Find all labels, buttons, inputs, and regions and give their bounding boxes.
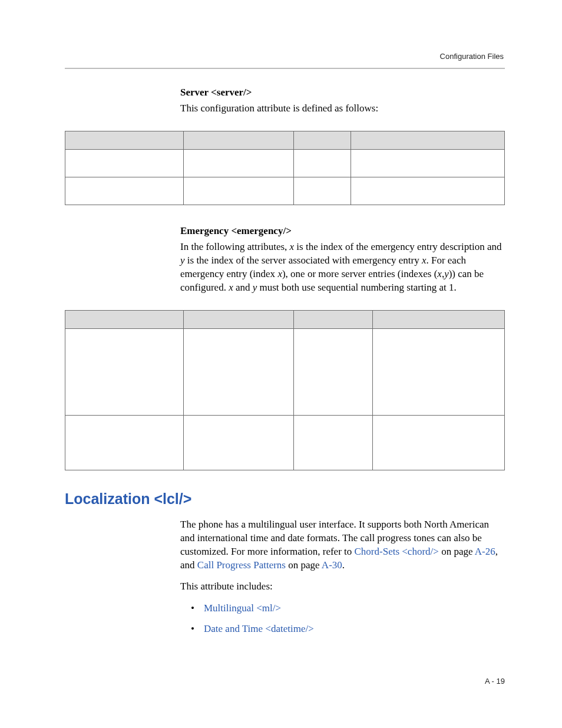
link-chord-sets[interactable]: Chord-Sets <chord/> xyxy=(355,546,439,557)
table-header-row xyxy=(65,310,505,328)
link-call-progress-patterns[interactable]: Call Progress Patterns xyxy=(197,559,286,571)
link-multilingual[interactable]: Multilingual <ml/> xyxy=(204,602,281,614)
page-number: A - 19 xyxy=(485,677,505,686)
link-datetime[interactable]: Date and Time <datetime/> xyxy=(204,623,314,634)
table-header-cell xyxy=(65,131,184,149)
server-heading: Server <server/> xyxy=(180,87,505,98)
emergency-table xyxy=(65,310,505,470)
table-header-cell xyxy=(293,131,351,149)
localization-bullet-list: Multilingual <ml/> Date and Time <dateti… xyxy=(191,602,505,636)
table-header-row xyxy=(65,131,505,149)
table-row xyxy=(65,415,505,470)
running-header: Configuration Files xyxy=(65,52,505,61)
localization-paragraph-1: The phone has a multilingual user interf… xyxy=(180,518,505,572)
table-header-cell xyxy=(184,131,294,149)
server-table xyxy=(65,131,505,205)
table-header-cell xyxy=(293,310,372,328)
table-header-cell xyxy=(351,131,504,149)
emergency-section: Emergency <emergency/> In the following … xyxy=(180,225,505,295)
link-page-a26[interactable]: A-26 xyxy=(475,546,495,557)
table-header-cell xyxy=(65,310,184,328)
localization-body: The phone has a multilingual user interf… xyxy=(180,518,505,637)
page: Configuration Files Server <server/> Thi… xyxy=(0,0,562,728)
list-item: Multilingual <ml/> xyxy=(191,602,505,615)
server-intro: This configuration attribute is defined … xyxy=(180,102,505,116)
table-header-cell xyxy=(373,310,505,328)
table-row xyxy=(65,149,505,177)
list-item: Date and Time <datetime/> xyxy=(191,622,505,636)
emergency-paragraph: In the following attributes, x is the in… xyxy=(180,241,505,295)
localization-heading: Localization <lcl/> xyxy=(65,490,505,508)
header-rule xyxy=(65,68,505,69)
emergency-heading: Emergency <emergency/> xyxy=(180,225,505,237)
table-header-cell xyxy=(184,310,294,328)
table-row xyxy=(65,177,505,205)
localization-paragraph-2: This attribute includes: xyxy=(180,580,505,594)
table-row xyxy=(65,328,505,415)
server-section: Server <server/> This configuration attr… xyxy=(180,87,505,116)
link-page-a30[interactable]: A-30 xyxy=(322,559,342,571)
